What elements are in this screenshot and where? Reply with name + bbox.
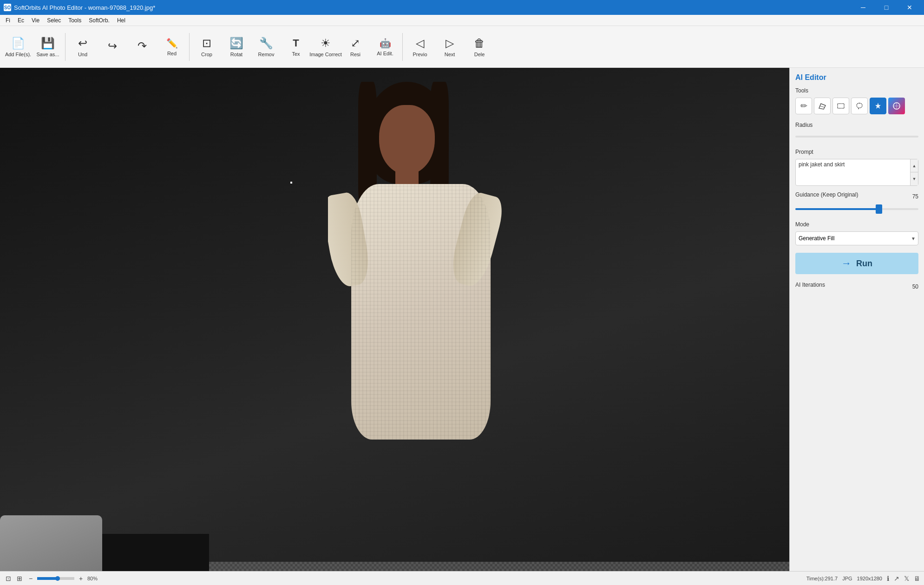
add-icon: 📄: [11, 37, 25, 50]
toolbar-crop[interactable]: ⊡ Crop: [192, 28, 221, 66]
monitor-icon[interactable]: 🖥: [914, 575, 920, 582]
zoom-slider-fill: [37, 577, 58, 580]
prompt-scroll-up[interactable]: ▲: [911, 159, 918, 172]
menu-tools[interactable]: Tools: [65, 16, 85, 25]
status-left: ⊡ ⊞ − + 80%: [4, 574, 801, 583]
delete-icon: 🗑: [474, 37, 485, 50]
toolbar-undo-label: Und: [78, 52, 87, 57]
svg-line-0: [820, 106, 825, 107]
main-layout: AI Editor Tools ✏: [0, 68, 924, 571]
iterations-value: 50: [912, 283, 918, 290]
toolbar-next[interactable]: ▷ Next: [435, 28, 464, 66]
svg-marker-3: [875, 103, 881, 109]
tools-label: Tools: [795, 87, 918, 94]
toolbar-redo2[interactable]: ↷: [128, 28, 157, 66]
window-title: SoftOrbits AI Photo Editor - woman-97088…: [14, 4, 155, 11]
toolbar-text[interactable]: T Tex: [282, 28, 310, 66]
menu-softorbits[interactable]: SoftOrb.: [85, 16, 113, 25]
toolbar-text-label: Tex: [292, 51, 300, 57]
mode-select[interactable]: Generative Fill Inpainting Outpainting: [795, 231, 918, 245]
toolbar-prev[interactable]: ◁ Previo: [406, 28, 434, 66]
menu-bar: Fi Ec Vie Selec Tools SoftOrb. Hel: [0, 15, 924, 26]
toolbar-delete-label: Dele: [474, 52, 485, 57]
aieditor-icon: 🤖: [380, 38, 391, 49]
prompt-textarea[interactable]: pink jaket and skirt: [796, 159, 910, 185]
title-bar: SO SoftOrbits AI Photo Editor - woman-97…: [0, 0, 924, 15]
file-format: JPG: [842, 576, 852, 581]
toolbar-add-label: Add File(s).: [5, 52, 31, 57]
file-dimensions: 1920x1280: [857, 576, 882, 581]
guidance-slider[interactable]: [795, 204, 918, 214]
redo-icon: ↪: [108, 39, 117, 53]
menu-file[interactable]: Fi: [2, 16, 14, 25]
info-icon[interactable]: ℹ: [887, 575, 889, 582]
redo2-icon: ↷: [138, 39, 147, 53]
next-icon: ▷: [446, 37, 454, 50]
zoom-controls: ⊡ ⊞ − + 80%: [4, 574, 104, 583]
maximize-button[interactable]: □: [876, 0, 897, 15]
run-button[interactable]: → Run: [795, 253, 918, 274]
toolbar-aieditor[interactable]: 🤖 AI Edit.: [371, 28, 400, 66]
tool-palette[interactable]: [888, 98, 905, 114]
toolbar-rotate[interactable]: 🔄 Rotat: [222, 28, 251, 66]
title-bar-controls: ─ □ ✕: [852, 0, 920, 15]
menu-view[interactable]: Vie: [28, 16, 43, 25]
tool-brush[interactable]: ✏: [795, 98, 812, 114]
tool-lasso[interactable]: [851, 98, 868, 114]
zoom-minus-btn[interactable]: −: [26, 574, 35, 583]
tool-eraser[interactable]: [814, 98, 831, 114]
zoom-value: 80%: [87, 576, 104, 581]
toolbar-remove-label: Remov: [258, 52, 275, 57]
zoom-actual-icon[interactable]: ⊞: [15, 574, 24, 583]
status-bar: ⊡ ⊞ − + 80% Time(s):291.7 JPG 1920x1280 …: [0, 571, 924, 585]
tool-magic[interactable]: [870, 98, 886, 114]
toolbar-red[interactable]: ✏️ Red: [157, 28, 186, 66]
menu-select[interactable]: Selec: [43, 16, 65, 25]
title-bar-left: SO SoftOrbits AI Photo Editor - woman-97…: [4, 4, 155, 11]
canvas-area[interactable]: [0, 68, 789, 571]
guidance-thumb[interactable]: [876, 204, 882, 214]
iterations-label: AI Iterations: [795, 282, 825, 288]
guidance-fill: [795, 208, 879, 210]
undo-icon: ↩: [78, 37, 87, 50]
prompt-section: Prompt pink jaket and skirt ▲ ▼: [795, 149, 918, 186]
prompt-label: Prompt: [795, 149, 918, 155]
toolbar-imgcorrect[interactable]: ☀ Image Correct: [311, 28, 340, 66]
prompt-scroll-down[interactable]: ▼: [911, 172, 918, 185]
guidance-row: Guidance (Keep Original) 75: [795, 191, 918, 202]
iterations-row: AI Iterations 50: [795, 282, 918, 292]
toolbar-rotate-label: Rotat: [230, 52, 242, 57]
toolbar-undo[interactable]: ↩ Und: [68, 28, 97, 66]
toolbar-remove[interactable]: 🔧 Remov: [252, 28, 281, 66]
close-button[interactable]: ✕: [899, 0, 920, 15]
time-label: Time(s):291.7: [806, 576, 838, 581]
mode-select-wrapper: Generative Fill Inpainting Outpainting ▼: [795, 231, 918, 245]
mode-section: Mode Generative Fill Inpainting Outpaint…: [795, 221, 918, 245]
red-icon: ✏️: [166, 38, 178, 49]
zoom-fit-icon[interactable]: ⊡: [4, 574, 13, 583]
tool-rect-select[interactable]: [832, 98, 849, 114]
panel-title: AI Editor: [795, 73, 918, 82]
menu-help[interactable]: Hel: [113, 16, 129, 25]
prompt-scrollbar: ▲ ▼: [910, 159, 918, 185]
minimize-button[interactable]: ─: [852, 0, 874, 15]
separator-3: [402, 33, 403, 61]
toolbar-delete[interactable]: 🗑 Dele: [465, 28, 494, 66]
radius-slider[interactable]: [795, 132, 918, 141]
twitter-icon[interactable]: 𝕏: [904, 575, 909, 582]
zoom-slider-thumb[interactable]: [55, 576, 60, 581]
menu-edit[interactable]: Ec: [14, 16, 28, 25]
toolbar-imgcorrect-label: Image Correct: [309, 52, 342, 57]
toolbar-save[interactable]: 💾 Save as...: [33, 28, 62, 66]
external-link-icon[interactable]: ↗: [894, 575, 899, 582]
toolbar-redo[interactable]: ↪: [98, 28, 127, 66]
separator-2: [189, 33, 190, 61]
zoom-plus-btn[interactable]: +: [76, 574, 85, 583]
toolbar-add[interactable]: 📄 Add File(s).: [4, 28, 33, 66]
photo-canvas: [0, 68, 789, 571]
toolbar-resize[interactable]: ⤢ Resi: [341, 28, 370, 66]
status-right: Time(s):291.7 JPG 1920x1280 ℹ ↗ 𝕏 🖥: [806, 575, 920, 582]
save-icon: 💾: [41, 37, 55, 50]
prompt-wrapper: pink jaket and skirt ▲ ▼: [795, 159, 918, 186]
zoom-slider[interactable]: [37, 577, 74, 580]
